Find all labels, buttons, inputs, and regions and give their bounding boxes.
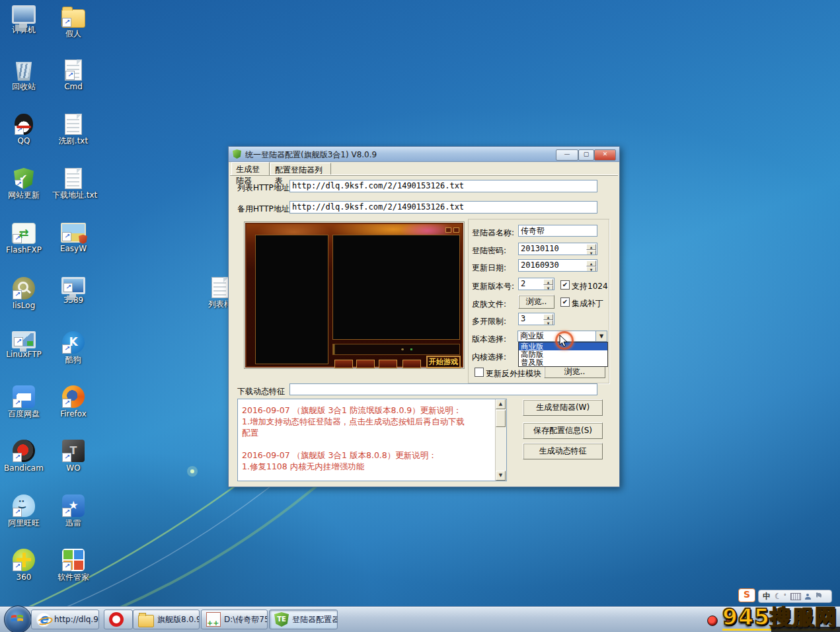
taskbar-item-opera[interactable] (104, 610, 133, 629)
desktop-icon-bandicam[interactable]: ↗Bandicam (3, 440, 45, 473)
multi-limit-spinner[interactable]: ▲▼ (543, 314, 553, 324)
skin-browse-button[interactable]: 浏览.. (518, 295, 554, 309)
shortcut-arrow-icon: ↗ (13, 562, 22, 571)
taskbar-item-notepadpp[interactable]: D:\传奇帮75... (201, 610, 268, 629)
desktop-icon-360[interactable]: ↗360 (3, 549, 45, 582)
desktop-icon-dummy-folder[interactable]: ↗假人 (52, 5, 95, 38)
shortcut-arrow-icon: ↗ (62, 453, 71, 462)
scrollbar-thumb[interactable] (496, 410, 506, 427)
title-bar[interactable]: 统一登陆器配置(旗舰版3合1) V8.0.9 — ▢ ✕ (229, 147, 619, 162)
document-icon: ↗ (65, 59, 82, 81)
monitor-icon: ↗ (12, 331, 36, 348)
preview-button-4[interactable] (402, 360, 421, 368)
shortcut-arrow-icon: ↗ (62, 232, 71, 241)
backup-http-label: 备用HTTP地址 (237, 204, 289, 215)
desktop-icon-flashfxp[interactable]: ↗FlashFXP (3, 223, 45, 255)
desktop-icon-site-update[interactable]: ↗网站更新 (3, 168, 45, 200)
backup-http-input[interactable]: http://dlq.9ksf.com/2/1490153126.txt (289, 201, 597, 214)
update-date-label: 更新日期: (472, 262, 506, 274)
tab-config-launcher-list[interactable]: 配置登陆器列表 (270, 163, 331, 175)
desktop-icon-recycle-bin[interactable]: 回收站 (3, 59, 45, 91)
desktop-icon-aliwangwang[interactable]: ↗阿里旺旺 (3, 494, 45, 528)
launcher-name-label: 登陆器名称: (472, 227, 514, 239)
combobox-arrow-icon[interactable]: ▼ (595, 331, 607, 341)
taskbar-item-ie[interactable]: e http://dlq.9... (31, 610, 99, 629)
sogou-input-icon[interactable]: S (738, 588, 755, 602)
desktop-icon-firefox[interactable]: ↗Firefox (52, 385, 95, 418)
computer-icon (12, 5, 36, 24)
desktop-icon-xiju-txt[interactable]: 洗剧.txt (52, 114, 95, 145)
version-no-input[interactable]: 2 ▲▼ (518, 278, 554, 290)
start-button[interactable] (4, 606, 32, 632)
firefox-icon: ↗ (62, 385, 85, 408)
support-1024-checkbox[interactable]: ✔ (560, 280, 570, 290)
desktop-icon-iislog[interactable]: ↗IisLog (3, 277, 45, 310)
generate-dynamic-button[interactable]: 生成动态特征 (523, 443, 603, 459)
shortcut-arrow-icon: ↗ (14, 180, 23, 189)
anti-hack-label: 更新反外挂模块 (486, 368, 541, 379)
preview-close-icon[interactable] (453, 227, 459, 233)
start-game-button[interactable]: 开始游戏 (426, 356, 461, 368)
save-config-button[interactable]: 保存配置信息(S) (523, 422, 603, 439)
desktop-icon-baidu-netdisk[interactable]: ↗百度网盘 (3, 385, 45, 418)
windows-logo-icon (11, 612, 24, 625)
preview-list-pane (255, 235, 328, 364)
desktop-icon-easyw[interactable]: ↗EasyW (52, 223, 95, 253)
desktop-icon-kugou[interactable]: ↗酷狗 (52, 331, 95, 364)
version-no-label: 更新版本号: (472, 281, 514, 292)
module-browse-button[interactable]: 浏览.. (544, 365, 605, 378)
desktop-icon-3389[interactable]: ↗3389 (52, 277, 95, 305)
multi-limit-input[interactable]: 3 ▲▼ (518, 313, 554, 325)
preview-status-bar (332, 344, 460, 355)
kernel-select-label: 内核选择: (472, 352, 506, 363)
password-input[interactable]: 20130110 ▲▼ (518, 243, 597, 255)
dynamic-feature-input[interactable] (289, 383, 597, 395)
te-shield-icon: TE (274, 612, 289, 627)
desktop-icon-qq[interactable]: ↗QQ (3, 114, 45, 145)
xunlei-icon: ↗ (62, 494, 85, 517)
maximize-button[interactable]: ▢ (578, 149, 594, 161)
desktop-icon-software-manager[interactable]: ↗软件管家 (52, 549, 95, 582)
text-file-icon (65, 168, 82, 189)
preview-button-2[interactable] (356, 360, 375, 368)
preview-button-3[interactable] (379, 360, 397, 368)
punctuation-icon[interactable]: ° (784, 594, 786, 600)
close-button[interactable]: ✕ (594, 149, 616, 161)
version-no-spinner[interactable]: ▲▼ (543, 279, 553, 289)
desktop-icon-xunlei[interactable]: ↗迅雷 (52, 494, 95, 528)
ime-lang-indicator[interactable]: 中 (763, 591, 771, 602)
record-icon: ↗ (13, 440, 35, 462)
scroll-up-icon[interactable]: ▲ (496, 399, 506, 409)
changelog-scrollbar[interactable]: ▲ ▼ (495, 399, 506, 481)
desktop-icon-computer[interactable]: 计算机 (3, 5, 45, 34)
desktop-icon-download-addr-txt[interactable]: 下载地址.txt (52, 168, 95, 200)
preview-button-1[interactable] (334, 360, 353, 368)
shortcut-arrow-icon: ↗ (13, 290, 22, 299)
list-http-input[interactable]: http://dlq.9ksf.com/2/1490153126.txt (289, 180, 597, 192)
desktop-icon-wo[interactable]: ↗WO (52, 440, 95, 473)
desktop-icon-cmd[interactable]: ↗Cmd (52, 59, 95, 91)
tab-generate-launcher[interactable]: 生成登陆器 (231, 162, 270, 175)
taskbar-item-folder[interactable]: 旗舰版8.0.9 (133, 610, 200, 629)
update-date-input[interactable]: 20160930 ▲▼ (518, 259, 597, 272)
scroll-down-icon[interactable]: ▼ (496, 471, 506, 481)
person-icon[interactable] (805, 594, 811, 600)
moon-icon[interactable]: ☾ (775, 592, 782, 601)
desktop-icon-linuxftp[interactable]: ↗LinuxFTP (3, 331, 45, 359)
update-date-spinner[interactable]: ▲▼ (586, 260, 596, 270)
launcher-name-input[interactable]: 传奇帮 (518, 225, 597, 237)
dropdown-option-basic[interactable]: 普及版 (519, 358, 607, 366)
language-bar: 中 ☾ ° (758, 590, 832, 603)
anti-hack-checkbox[interactable] (475, 368, 484, 377)
keyboard-icon[interactable] (790, 593, 801, 600)
taskbar-item-launcher-config[interactable]: TE 登陆器配置器 (269, 610, 338, 629)
recycle-bin-icon (14, 59, 34, 81)
preview-minimize-icon[interactable] (445, 227, 451, 233)
tray-red-dot-icon[interactable] (707, 615, 718, 626)
preview-artwork: 开始游戏 (245, 223, 463, 368)
wrench-icon[interactable] (815, 593, 821, 600)
password-spinner[interactable]: ▲▼ (586, 244, 596, 254)
generate-launcher-button[interactable]: 生成登陆器(W) (523, 399, 603, 416)
minimize-button[interactable]: — (556, 149, 578, 161)
patch-checkbox[interactable]: ✔ (560, 297, 570, 307)
